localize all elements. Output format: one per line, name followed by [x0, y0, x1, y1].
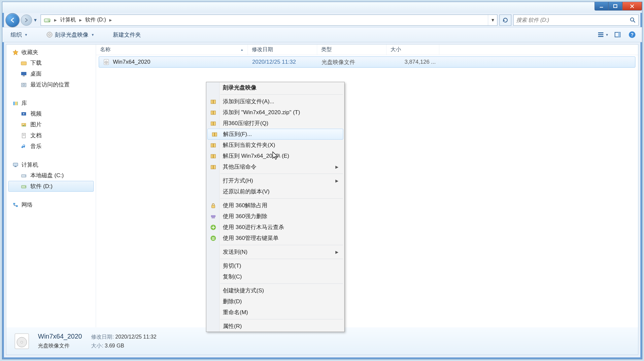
- ctx-extract-to[interactable]: 解压到(F)...: [207, 129, 343, 140]
- ctx-360-force-delete[interactable]: 使用 360强力删除: [206, 211, 344, 222]
- breadcrumb-sep: ▸: [109, 17, 113, 23]
- svg-rect-8: [598, 32, 603, 33]
- window-minimize-button[interactable]: [594, 2, 608, 11]
- svg-rect-28: [23, 135, 25, 136]
- sidebar-recent[interactable]: 最近访问的位置: [6, 79, 96, 90]
- context-menu: 刻录光盘映像 添加到压缩文件(A)... 添加到 "Win7x64_2020.z…: [206, 82, 345, 332]
- archive-icon: [211, 131, 218, 138]
- details-type: 光盘映像文件: [38, 343, 82, 349]
- svg-rect-63: [212, 239, 215, 240]
- drive-icon: [20, 172, 27, 179]
- svg-rect-10: [598, 36, 603, 37]
- organize-button[interactable]: 组织 ▼: [6, 29, 32, 40]
- ctx-open-with-360zip[interactable]: 用360压缩打开(Q): [206, 118, 344, 129]
- toolbar: 组织 ▼ 刻录光盘映像 ▼ 新建文件夹 ▼ ?: [2, 27, 642, 42]
- svg-rect-48: [213, 122, 214, 125]
- address-bar[interactable]: ▸ 计算机 ▸ 软件 (D:) ▸ ▾: [41, 15, 497, 26]
- file-row[interactable]: Win7x64_2020 2020/12/25 11:32 光盘映像文件 3,8…: [99, 56, 635, 68]
- file-name: Win7x64_2020: [113, 59, 150, 65]
- ctx-add-to-archive[interactable]: 添加到压缩文件(A)...: [206, 96, 344, 107]
- window-close-button[interactable]: [622, 2, 642, 11]
- recent-icon: [20, 82, 27, 88]
- address-dropdown[interactable]: ▾: [488, 15, 497, 25]
- ctx-separator: [220, 283, 343, 284]
- col-size[interactable]: 大小: [387, 45, 439, 55]
- ctx-360-unlock[interactable]: 使用 360解除占用: [206, 200, 344, 211]
- nav-history-dropdown[interactable]: ▾: [32, 15, 39, 26]
- ctx-open-with[interactable]: 打开方式(H)▶: [206, 175, 344, 186]
- svg-rect-17: [23, 76, 25, 76]
- svg-text:?: ?: [631, 32, 634, 37]
- sidebar-desktop[interactable]: 桌面: [6, 68, 96, 79]
- archive-icon: [210, 142, 217, 149]
- folder-icon: [20, 60, 27, 66]
- ctx-extract-here[interactable]: 解压到当前文件夹(X): [206, 140, 344, 150]
- col-name[interactable]: 名称▲: [96, 45, 248, 55]
- lock-icon: [210, 202, 217, 209]
- sidebar-libraries[interactable]: 库: [6, 97, 96, 108]
- ctx-rename[interactable]: 重命名(M): [206, 307, 344, 318]
- svg-rect-22: [17, 102, 18, 105]
- breadcrumb-drive[interactable]: 软件 (D:): [83, 15, 109, 25]
- ctx-cut[interactable]: 剪切(T): [206, 260, 344, 271]
- ctx-send-to[interactable]: 发送到(N)▶: [206, 246, 344, 257]
- file-type: 光盘映像文件: [318, 58, 387, 66]
- window-maximize-button[interactable]: [608, 2, 622, 11]
- caret-icon: ▼: [605, 33, 609, 37]
- ctx-360-manage-menu[interactable]: 使用 360管理右键菜单: [206, 233, 344, 244]
- sidebar-network[interactable]: 网络: [6, 199, 96, 210]
- search-box[interactable]: [513, 15, 639, 26]
- drive-icon: [20, 183, 27, 190]
- nav-row: ▾ ▸ 计算机 ▸ 软件 (D:) ▸ ▾: [2, 13, 642, 27]
- breadcrumb-computer[interactable]: 计算机: [57, 15, 79, 25]
- col-date[interactable]: 修改日期: [248, 45, 317, 55]
- new-folder-button[interactable]: 新建文件夹: [109, 29, 145, 40]
- ctx-burn-disc-image[interactable]: 刻录光盘映像: [206, 82, 344, 93]
- breadcrumb-sep: ▸: [79, 17, 83, 23]
- svg-rect-9: [598, 34, 603, 35]
- sidebar-drive-c[interactable]: 本地磁盘 (C:): [6, 170, 96, 181]
- search-input[interactable]: [516, 17, 630, 23]
- iso-large-icon: [12, 332, 31, 351]
- svg-rect-52: [213, 144, 214, 147]
- sidebar-favorites[interactable]: 收藏夹: [6, 47, 96, 57]
- ctx-create-shortcut[interactable]: 创建快捷方式(S): [206, 285, 344, 296]
- ctx-360-cloud-scan[interactable]: 使用 360进行木马云查杀: [206, 222, 344, 233]
- ctx-add-to-zip[interactable]: 添加到 "Win7x64_2020.zip" (T): [206, 107, 344, 118]
- disc-icon: [46, 31, 53, 38]
- ctx-properties[interactable]: 属性(R): [206, 321, 344, 332]
- search-icon: [630, 17, 636, 23]
- ctx-delete[interactable]: 删除(D): [206, 296, 344, 307]
- sidebar-downloads[interactable]: 下载: [6, 57, 96, 68]
- shield-icon: [210, 224, 217, 231]
- nav-back-button[interactable]: [6, 13, 19, 27]
- sidebar-label: 收藏夹: [21, 49, 38, 56]
- ctx-separator: [220, 198, 343, 199]
- burn-disc-image-button[interactable]: 刻录光盘映像 ▼: [42, 29, 99, 40]
- help-button[interactable]: ?: [626, 30, 638, 40]
- sidebar-videos[interactable]: 视频: [6, 108, 96, 119]
- archive-icon: [210, 152, 217, 160]
- details-size: 3.69 GB: [105, 343, 124, 348]
- sidebar-pictures[interactable]: 图片: [6, 119, 96, 130]
- ctx-restore-previous[interactable]: 还原以前的版本(V): [206, 186, 344, 197]
- change-view-button[interactable]: ▼: [597, 30, 609, 40]
- title-bar: [2, 2, 642, 13]
- picture-icon: [20, 121, 27, 128]
- details-size-label: 大小:: [91, 343, 103, 348]
- sidebar-computer[interactable]: 计算机: [6, 159, 96, 170]
- sidebar-music[interactable]: 音乐: [6, 141, 96, 152]
- ctx-copy[interactable]: 复制(C): [206, 271, 344, 282]
- ctx-other-zip-commands[interactable]: 其他压缩命令▶: [206, 161, 344, 172]
- libraries-icon: [12, 100, 19, 107]
- archive-icon: [210, 163, 217, 171]
- column-headers: 名称▲ 修改日期 类型 大小: [96, 45, 638, 55]
- sidebar-documents[interactable]: 文档: [6, 130, 96, 141]
- col-type[interactable]: 类型: [317, 45, 387, 55]
- refresh-button[interactable]: [499, 15, 511, 26]
- ctx-separator: [220, 259, 343, 259]
- nav-forward-button[interactable]: [21, 15, 32, 26]
- sidebar-drive-d[interactable]: 软件 (D:): [8, 181, 94, 192]
- sort-asc-icon: ▲: [240, 48, 244, 51]
- preview-pane-button[interactable]: [612, 30, 624, 40]
